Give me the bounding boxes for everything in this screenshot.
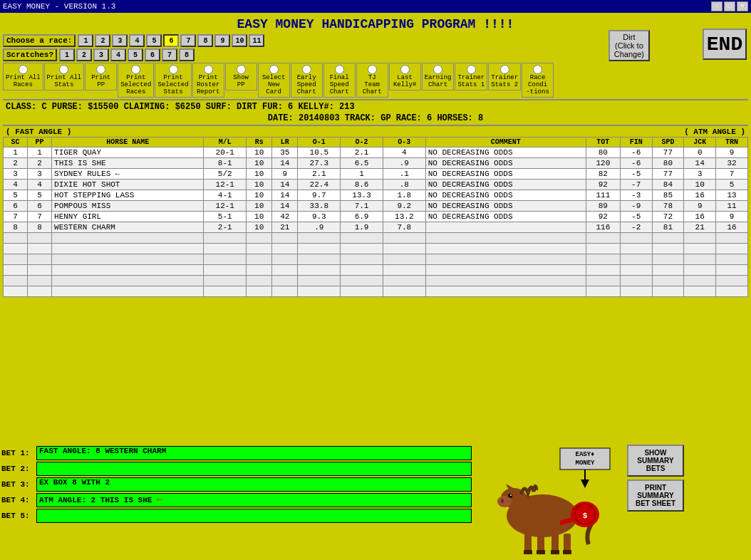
bet-input-1[interactable]: FAST ANGLE: 8 WESTERN CHARM [36,446,472,460]
col-header-trn: TRN [716,138,748,147]
scratch-btn-6[interactable]: 6 [145,48,160,61]
bet-label-5: BET 5: [1,512,33,520]
table-cell: 16 [684,212,716,222]
radio-select-new-card[interactable]: SelectNewCard [258,63,290,98]
minimize-btn[interactable]: - [711,1,722,11]
svg-rect-20 [563,550,571,554]
scratch-btn-2[interactable]: 2 [76,48,92,61]
race-btn-4[interactable]: 4 [129,34,145,47]
radio-race-conditions[interactable]: RaceCondi-tions [522,63,554,98]
table-cell: 4-1 [204,190,247,201]
race-btn-3[interactable]: 3 [112,34,128,47]
empty-cell [716,286,748,297]
end-btn[interactable]: END [703,28,747,60]
window-controls[interactable]: - □ × [711,1,748,11]
table-cell: 0 [684,147,716,158]
maximize-btn[interactable]: □ [724,1,735,11]
race-btn-8[interactable]: 8 [197,34,213,47]
table-cell: 10 [684,180,716,190]
col-header-m-l: M/L [204,138,247,147]
empty-cell [4,244,28,254]
empty-cell [716,276,748,286]
empty-cell [28,254,52,265]
scratch-btn-7[interactable]: 7 [162,48,177,61]
bet-input-2[interactable] [36,462,472,476]
right-buttons: SHOWSUMMARYBETS PRINTSUMMARYBET SHEET [627,445,684,512]
radio-print-selected-races[interactable]: PrintSelectedRaces [118,63,154,98]
table-body: 11TIGER QUAY20-1103510.52.14NO DECREASIN… [4,147,748,297]
empty-cell [204,286,247,297]
empty-cell [652,276,684,286]
scratch-btn-5[interactable]: 5 [128,48,143,61]
radio-early-speed[interactable]: EarlySpeedChart [291,63,323,98]
table-cell: 8 [28,222,52,233]
race-btn-9[interactable]: 9 [214,34,230,47]
show-summary-bets-btn[interactable]: SHOWSUMMARYBETS [627,445,684,477]
empty-cell [684,244,716,254]
svg-rect-17 [524,550,532,554]
table-cell: 84 [652,180,684,190]
table-cell: 42 [272,212,298,222]
race-btn-11[interactable]: 11 [249,34,264,47]
col-header-horse-name: HORSE NAME [52,138,204,147]
empty-cell [425,265,586,276]
print-summary-btn[interactable]: PRINTSUMMARYBET SHEET [627,479,684,512]
scratch-btn-8[interactable]: 8 [179,48,195,61]
table-cell: 9.2 [383,201,425,212]
empty-cell [652,254,684,265]
empty-cell [247,276,272,286]
empty-cell [586,233,620,244]
table-cell: NO DECREASING ODDS [425,212,586,222]
scratch-btn-4[interactable]: 4 [110,48,126,61]
race-btn-5[interactable]: 5 [146,34,162,47]
radio-trainer-stats2[interactable]: TrainerStats 2 [488,63,521,90]
empty-cell [247,254,272,265]
bet-input-4[interactable]: ATM ANGLE: 2 THIS IS SHE ← [36,493,472,507]
horse-area: EASY♦ MONEY [475,445,750,559]
race-btn-10[interactable]: 10 [232,34,247,47]
radio-print-roster[interactable]: PrintRosterReport [192,63,224,98]
table-cell: 14 [684,158,716,169]
radio-print-pp[interactable]: PrintPP [85,63,117,90]
radio-print-selected-stats[interactable]: PrintSelectedStats [155,63,191,98]
empty-cell [620,265,652,276]
bet-input-3[interactable]: EX BOX 8 WITH 2 [36,477,472,492]
svg-rect-18 [537,550,545,554]
race-btn-6[interactable]: 6 [163,34,179,47]
bet-label-3: BET 3: [1,480,33,489]
empty-cell [620,244,652,254]
close-btn[interactable]: × [737,1,748,11]
scratch-btn-3[interactable]: 3 [93,48,109,61]
race-btn-2[interactable]: 2 [95,34,110,47]
empty-cell [52,276,204,286]
empty-cell [52,286,204,297]
race-btn-7[interactable]: 7 [180,34,196,47]
radio-last-kelly[interactable]: LastKelly# [389,63,421,90]
empty-cell [247,286,272,297]
table-cell: 4 [28,180,52,190]
empty-cell [341,276,383,286]
empty-row [4,265,748,276]
empty-cell [272,276,298,286]
svg-point-10 [497,496,512,507]
scratch-btn-1[interactable]: 1 [59,48,75,61]
bottom-section: BET 1:FAST ANGLE: 8 WESTERN CHARMBET 2:B… [1,445,750,559]
table-cell: 9 [716,147,748,158]
radio-tj-team[interactable]: TJTeamChart [356,63,388,98]
radio-final-speed[interactable]: FinalSpeedChart [323,63,356,98]
table-cell: 10 [247,212,272,222]
table-row: 88WESTERN CHARM2-11021.91.97.8116-281211… [4,222,748,233]
bet-input-5[interactable] [36,509,472,523]
radio-show-pp[interactable]: ShowPP [225,63,257,90]
radio-print-all-races[interactable]: Print AllRaces [3,63,43,90]
table-cell: 16 [716,222,748,233]
empty-cell [52,233,204,244]
dirt-change-btn[interactable]: Dirt (Click to Change) [608,30,650,61]
radio-earning[interactable]: EarningChart [422,63,455,90]
race-btn-1[interactable]: 1 [78,34,93,47]
table-cell: 27.3 [298,158,341,169]
bet-row-5: BET 5: [1,509,472,523]
radio-trainer-stats1[interactable]: TrainerStats 1 [455,63,487,90]
empty-cell [204,276,247,286]
radio-print-all-stats[interactable]: Print AllStats [44,63,85,90]
